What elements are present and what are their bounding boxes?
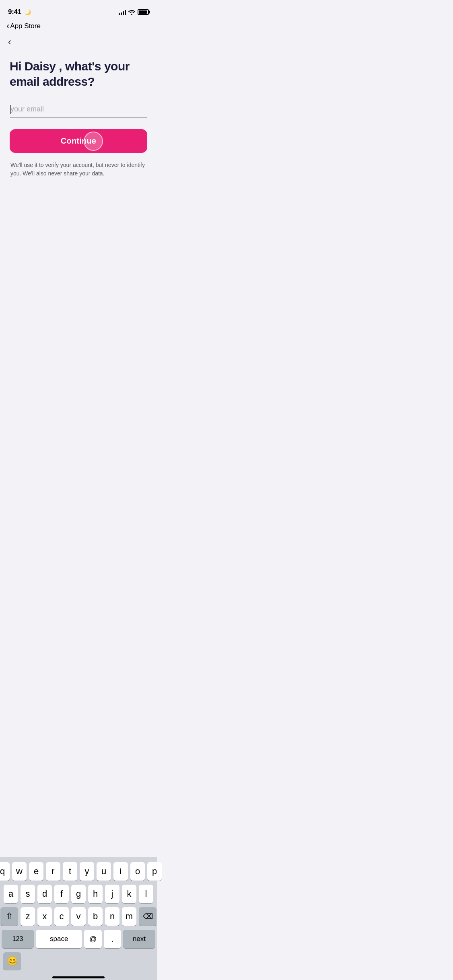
back-button-row: ‹	[0, 34, 157, 47]
wifi-icon	[128, 10, 135, 15]
back-button[interactable]: ‹	[8, 36, 11, 47]
nav-bar: ‹ App Store	[0, 20, 157, 34]
ripple-effect	[84, 132, 103, 151]
status-icons	[119, 9, 149, 15]
chevron-left-icon: ‹	[6, 22, 9, 31]
signal-bars-icon	[119, 9, 126, 15]
status-time-area: 9:41 🌙	[8, 8, 31, 16]
moon-icon: 🌙	[25, 9, 31, 15]
app-store-label: App Store	[10, 22, 41, 30]
email-input-wrapper	[10, 102, 147, 118]
page-heading: Hi Daisy , what's your email address?	[10, 59, 147, 89]
status-bar: 9:41 🌙	[0, 0, 157, 20]
main-content: Hi Daisy , what's your email address? Co…	[0, 47, 157, 186]
app-store-back-button[interactable]: ‹ App Store	[6, 22, 41, 31]
cursor-indicator	[10, 105, 11, 114]
disclaimer-text: We'll use it to verify your account, but…	[10, 161, 147, 178]
battery-icon	[138, 9, 149, 15]
email-input[interactable]	[10, 102, 147, 118]
continue-button[interactable]: Continue	[10, 129, 147, 153]
status-time: 9:41	[8, 8, 21, 16]
